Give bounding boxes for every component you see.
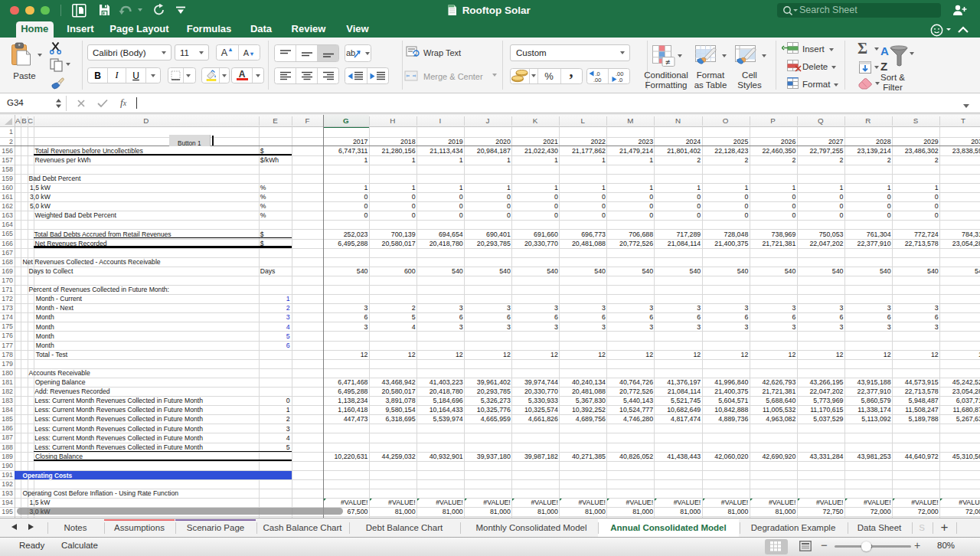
svg-text:A: A — [880, 44, 889, 57]
svg-text:≠: ≠ — [665, 57, 670, 67]
svg-text:ab: ab — [346, 48, 355, 57]
svg-text:Z: Z — [880, 60, 887, 73]
svg-text:.0: .0 — [618, 77, 622, 83]
svg-text:.00: .00 — [593, 77, 601, 83]
